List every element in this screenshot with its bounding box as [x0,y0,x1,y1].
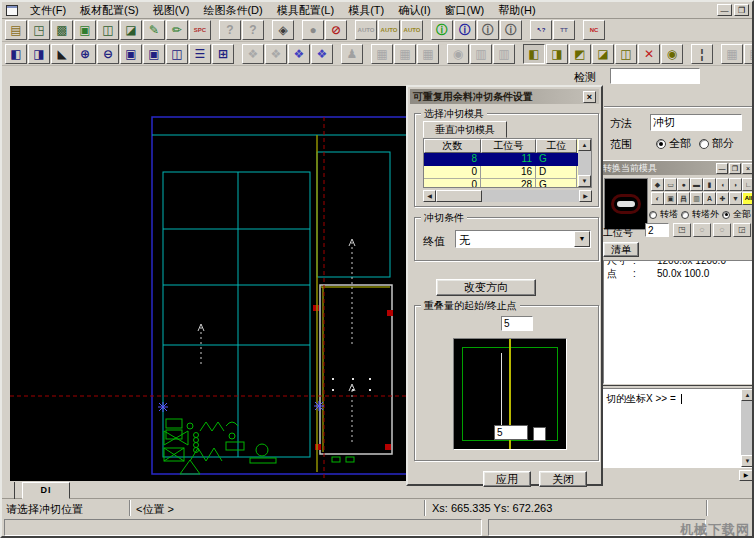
menu-item-0[interactable]: 文件(F) [23,2,73,19]
shape-button-4[interactable]: A [703,192,716,205]
turret-option-1[interactable]: 转塔外 [681,208,719,221]
method-input[interactable] [650,114,742,131]
layout-left-icon[interactable]: ◧ [523,44,545,64]
menu-item-1[interactable]: 板材配置(S) [73,2,146,19]
zoom-window-icon[interactable]: ▣ [120,44,142,64]
operator-icon[interactable]: ♟ [341,44,363,64]
menu-item-8[interactable]: 帮助(H) [491,2,542,19]
table-row[interactable]: 016D [424,166,591,179]
machine-gray2-icon[interactable]: ▦ [394,44,416,64]
layout-bottom-icon[interactable]: ◨ [546,44,568,64]
punch-gray2-icon[interactable]: ❖ [265,44,287,64]
turret-option-2[interactable]: 全部 [722,208,751,221]
nc-run-icon[interactable]: NC [583,20,605,40]
layout-split-icon[interactable]: ◫ [615,44,637,64]
info-blue-icon[interactable]: ⓘ [454,20,476,40]
single-hit-icon[interactable]: ¦ [691,44,713,64]
scroll-right-icon[interactable]: ▶ [579,190,592,202]
table-row[interactable]: 811G [424,153,591,166]
scroll-left-icon[interactable]: ◀ [423,190,436,202]
window-zoom-icon[interactable]: ◨ [28,44,50,64]
shape-button-7[interactable]: ∟ [742,178,754,191]
punch-yellow-icon[interactable]: ◉ [661,44,683,64]
close-icon[interactable]: × [583,91,596,103]
dialog-titlebar[interactable]: 可重复用余料冲切条件设置 × [410,89,599,104]
machine-gray3-icon[interactable]: ▦ [417,44,439,64]
dot-icon[interactable]: ● [302,20,324,40]
pointer-corner-icon[interactable]: ◣ [51,44,73,64]
menu-item-5[interactable]: 模具(T) [341,2,391,19]
probe-gray-icon[interactable]: ◉ [447,44,469,64]
menu-item-7[interactable]: 窗口(W) [438,2,492,19]
grid-gray-icon[interactable]: ▦ [721,44,743,64]
menu-item-3[interactable]: 绘图条件(D) [196,2,269,19]
column-header[interactable]: 次数 [424,139,481,153]
console-scrollbar[interactable]: ▲ ▼ [741,389,754,467]
auto2-icon[interactable]: AUTO [401,20,423,40]
station-input[interactable] [645,223,669,237]
probe-gray3-icon[interactable]: ▥ [493,44,515,64]
range-option-0[interactable]: 全部 [656,136,691,151]
auto-icon[interactable]: AUTO [378,20,400,40]
open-folder-icon[interactable]: ◳ [28,20,50,40]
scroll-up-icon[interactable]: ▲ [741,389,754,401]
scroll-down-icon[interactable]: ▼ [741,455,754,467]
chevron-down-icon[interactable]: ▼ [574,231,590,247]
maximize-icon[interactable]: ❐ [729,163,741,174]
menu-item-4[interactable]: 模具配置(L) [270,2,341,19]
help-gray-icon[interactable]: ? [219,20,241,40]
info-green-icon[interactable]: ⓘ [431,20,453,40]
change-direction-button[interactable]: 改变方向 [436,279,536,296]
apply-button[interactable]: 应用 [483,471,531,487]
info-dark2-icon[interactable]: ⓘ [500,20,522,40]
folder-edit-icon[interactable]: ◪ [120,20,142,40]
scrollbar-thumb[interactable] [436,190,482,202]
layout-corner-icon[interactable]: ◩ [569,44,591,64]
punch-blue2-icon[interactable]: ❖ [311,44,333,64]
shape-button-2[interactable]: ● [677,178,690,191]
tab-vertical-punch-tool[interactable]: 垂直冲切模具 [423,121,507,138]
shape-button-2[interactable]: 吕 [677,192,690,205]
punch-tool-table[interactable]: 次数工位号工位 811G016D028G ▲ ▼ [423,138,592,188]
zoom-out-icon[interactable]: ⊖ [97,44,119,64]
zoom-extents-icon[interactable]: ▣ [143,44,165,64]
column-header[interactable]: 工位号 [481,139,536,153]
list-button[interactable]: 清单 [603,242,639,257]
table-hscrollbar[interactable]: ◀ ▶ [423,190,592,202]
tool-info-list[interactable]: 尺寸:1200.0x 1200.0点:50.0x 100.0 [603,260,754,384]
shape-button-0[interactable]: ◐ [651,192,664,205]
scroll-up-icon[interactable]: ▲ [578,139,591,151]
window-new-icon[interactable]: ◧ [5,44,27,64]
draw-alt-icon[interactable]: ✏ [166,20,188,40]
all-shapes-button[interactable]: All [742,192,754,205]
turret-option-0[interactable]: 转塔 [649,208,678,221]
scroll-down-icon[interactable]: ▼ [578,175,591,187]
tool-window-titlebar[interactable]: 转换当前模具 —❐× [601,161,754,175]
folder-icon[interactable]: ▩ [51,20,73,40]
probe-gray2-icon[interactable]: ▥ [470,44,492,64]
help-gray2-icon[interactable]: ? [242,20,264,40]
zoom-in-icon[interactable]: ⊕ [74,44,96,64]
tile-vertical-icon[interactable]: ◫ [166,44,188,64]
minimize-icon[interactable]: — [716,163,728,174]
draw-icon[interactable]: ✎ [143,20,165,40]
info-dark-icon[interactable]: ⓘ [477,20,499,40]
table-row[interactable]: 028G [424,179,591,188]
folder-green-icon[interactable]: ▣ [74,20,96,40]
spc-icon[interactable]: SPC [189,20,211,40]
detect-input[interactable] [610,68,700,84]
clamp-icon[interactable]: ◈ [272,20,294,40]
scroll-right-icon[interactable]: ▶ [739,470,753,481]
machine-gray-icon[interactable]: ▦ [371,44,393,64]
convert-button-1[interactable]: ◌ [693,223,711,237]
tile-horizontal-icon[interactable]: ☰ [189,44,211,64]
shape-button-0[interactable]: ◆ [651,178,664,191]
convert-button-2[interactable]: ◌ [713,223,731,237]
document-tab[interactable]: DI [22,482,70,499]
shape-button-3[interactable]: ▬ [690,178,703,191]
maximize-icon[interactable]: ❐ [734,4,749,16]
close-icon[interactable]: × [742,163,754,174]
table-vscrollbar[interactable]: ▲ ▼ [578,139,591,187]
punch-blue-icon[interactable]: ❖ [288,44,310,64]
context-help-icon[interactable]: ↖? [530,20,552,40]
